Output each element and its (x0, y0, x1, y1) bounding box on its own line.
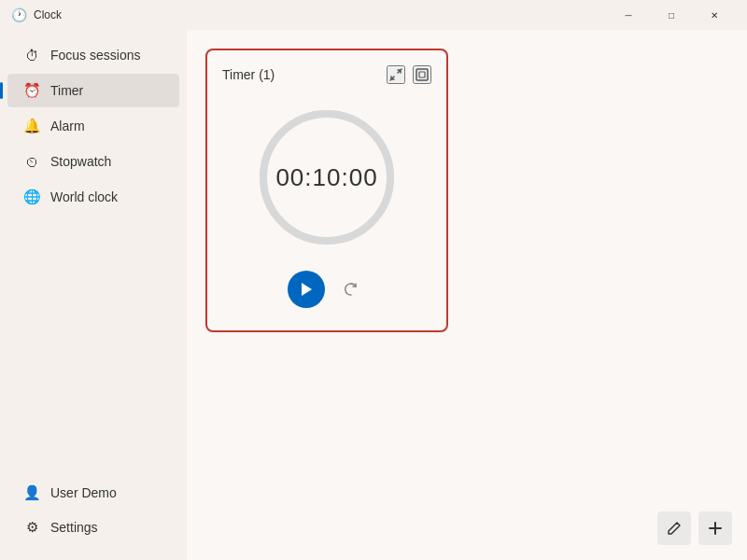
detach-icon (416, 68, 429, 81)
add-button[interactable] (698, 511, 732, 545)
detach-button[interactable] (413, 65, 431, 84)
sidebar-item-user[interactable]: 👤 User Demo (7, 476, 179, 510)
sidebar-item-stopwatch[interactable]: ⏲ Stopwatch (7, 145, 179, 178)
app-body: ⏱ Focus sessions ⏰ Timer 🔔 Alarm ⏲ Stopw… (0, 30, 747, 560)
user-icon: 👤 (22, 483, 41, 502)
focus-sessions-icon: ⏱ (22, 46, 41, 64)
minimize-button[interactable]: ─ (607, 0, 650, 30)
play-button[interactable] (288, 271, 325, 308)
alarm-icon: 🔔 (22, 117, 41, 135)
close-button[interactable]: ✕ (693, 0, 736, 30)
sidebar-item-label: World clock (50, 189, 118, 204)
sidebar-bottom: 👤 User Demo ⚙ Settings (0, 475, 187, 553)
sidebar-item-label: Timer (50, 83, 83, 98)
settings-icon: ⚙ (22, 518, 41, 537)
timer-controls (288, 271, 366, 308)
app-icon: 🕐 (11, 7, 26, 22)
stopwatch-icon: ⏲ (22, 152, 41, 171)
user-label: User Demo (50, 485, 117, 500)
timer-card-title: Timer (1) (222, 67, 275, 82)
settings-label: Settings (50, 520, 98, 535)
timer-display: 00:10:00 (275, 163, 377, 192)
main-content: Timer (1) (187, 30, 747, 560)
edit-icon (667, 521, 682, 536)
edit-button[interactable] (657, 511, 691, 545)
timer-icon: ⏰ (22, 81, 41, 100)
reset-button[interactable] (336, 274, 366, 304)
timer-card-actions (387, 65, 431, 84)
timer-card-header: Timer (1) (222, 65, 431, 84)
reset-icon (344, 282, 359, 297)
titlebar: 🕐 Clock ─ □ ✕ (0, 0, 747, 30)
sidebar: ⏱ Focus sessions ⏰ Timer 🔔 Alarm ⏲ Stopw… (0, 30, 187, 560)
sidebar-item-label: Focus sessions (50, 48, 140, 63)
sidebar-item-focus-sessions[interactable]: ⏱ Focus sessions (7, 38, 179, 72)
expand-button[interactable] (387, 65, 405, 84)
content-toolbar (657, 511, 732, 545)
sidebar-item-world-clock[interactable]: 🌐 World clock (7, 180, 179, 214)
sidebar-item-settings[interactable]: ⚙ Settings (7, 511, 179, 544)
world-clock-icon: 🌐 (22, 188, 41, 206)
add-icon (708, 521, 723, 536)
maximize-button[interactable]: □ (650, 0, 693, 30)
sidebar-item-timer[interactable]: ⏰ Timer (7, 74, 179, 107)
window-controls: ─ □ ✕ (607, 0, 736, 30)
expand-icon (389, 68, 402, 81)
timer-card: Timer (1) (205, 49, 448, 332)
sidebar-item-label: Stopwatch (50, 154, 111, 169)
timer-circle: 00:10:00 (252, 103, 402, 252)
app-title: Clock (34, 8, 607, 21)
svg-rect-0 (416, 69, 428, 80)
svg-rect-1 (419, 72, 425, 77)
play-icon (300, 282, 313, 297)
sidebar-item-label: Alarm (50, 119, 85, 133)
sidebar-item-alarm[interactable]: 🔔 Alarm (7, 109, 179, 143)
